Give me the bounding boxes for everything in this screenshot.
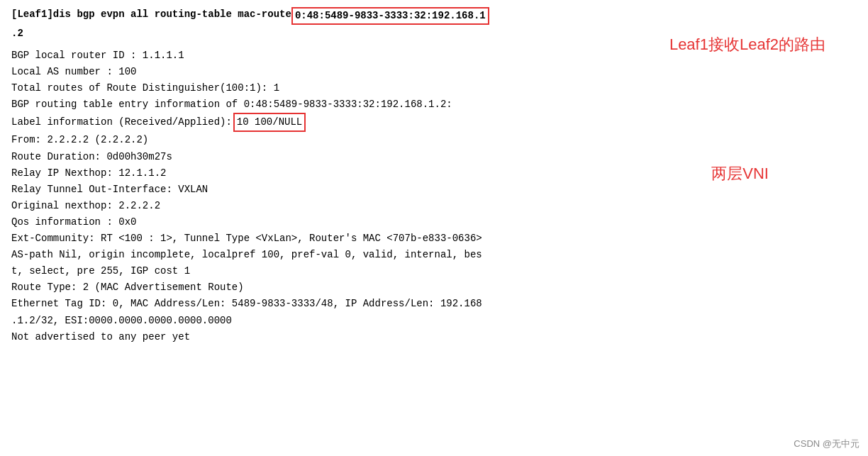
line-text-13: t, select, pre 255, IGP cost 1 — [11, 263, 190, 279]
vni-annotation: 两层VNI — [711, 163, 769, 184]
main-container: [Leaf1]dis bgp evpn all routing-table ma… — [0, 0, 868, 456]
content-line-16: .1.2/32, ESI:0000.0000.0000.0000.0000 — [11, 313, 857, 329]
content-line-17: Not advertised to any peer yet — [11, 329, 857, 345]
command-line: [Leaf1]dis bgp evpn all routing-table ma… — [11, 7, 857, 25]
line-text-1: Local AS number : 100 — [11, 64, 136, 80]
content-line-15: Ethernet Tag ID: 0, MAC Address/Len: 548… — [11, 296, 857, 312]
line-text-12: AS-path Nil, origin incomplete, localpre… — [11, 247, 482, 263]
command-prefix: [Leaf1]dis bgp evpn all routing-table ma… — [11, 7, 291, 22]
content-block: BGP local router ID : 1.1.1.1 Local AS n… — [11, 48, 857, 345]
content-line-9: Original nexthop: 2.2.2.2 — [11, 198, 857, 214]
content-line-4: Label information (Received/Applied): 10… — [11, 113, 857, 132]
csdn-watermark: CSDN @无中元 — [794, 438, 859, 450]
content-line-10: Qos information : 0x0 — [11, 214, 857, 230]
line-text-10: Qos information : 0x0 — [11, 214, 136, 230]
line-text-0: BGP local router ID : 1.1.1.1 — [11, 48, 184, 64]
line-text-3: BGP routing table entry information of 0… — [11, 96, 452, 113]
command-highlighted-arg: 0:48:5489-9833-3333:32:192.168.1 — [291, 7, 489, 25]
line-text-2: Total routes of Route Distinguisher(100:… — [11, 80, 279, 96]
content-line-5: From: 2.2.2.2 (2.2.2.2) — [11, 132, 857, 148]
line-text-4a: Label information (Received/Applied): — [11, 114, 232, 130]
line-text-8: Relay Tunnel Out-Interface: VXLAN — [11, 182, 208, 198]
line-text-17: Not advertised to any peer yet — [11, 329, 190, 345]
line-text-16: .1.2/32, ESI:0000.0000.0000.0000.0000 — [11, 313, 232, 329]
leaf1-annotation: Leaf1接收Leaf2的路由 — [669, 34, 825, 55]
content-line-3: BGP routing table entry information of 0… — [11, 96, 857, 113]
line-text-14: Route Type: 2 (MAC Advertisement Route) — [11, 279, 244, 296]
content-line-13: t, select, pre 255, IGP cost 1 — [11, 263, 857, 279]
content-line-11: Ext-Community: RT <100 : 1>, Tunnel Type… — [11, 230, 857, 247]
content-line-12: AS-path Nil, origin incomplete, localpre… — [11, 247, 857, 263]
line-text-9: Original nexthop: 2.2.2.2 — [11, 198, 160, 214]
line-text-6: Route Duration: 0d00h30m27s — [11, 149, 172, 165]
label-info-highlight: 10 100/NULL — [233, 113, 306, 132]
line-text-11: Ext-Community: RT <100 : 1>, Tunnel Type… — [11, 230, 482, 247]
content-line-2: Total routes of Route Distinguisher(100:… — [11, 80, 857, 96]
line-text-15: Ethernet Tag ID: 0, MAC Address/Len: 548… — [11, 296, 482, 312]
line-text-7: Relay IP Nexthop: 12.1.1.2 — [11, 165, 166, 182]
content-line-14: Route Type: 2 (MAC Advertisement Route) — [11, 279, 857, 296]
content-line-1: Local AS number : 100 — [11, 64, 857, 80]
line-text-5: From: 2.2.2.2 (2.2.2.2) — [11, 132, 148, 148]
